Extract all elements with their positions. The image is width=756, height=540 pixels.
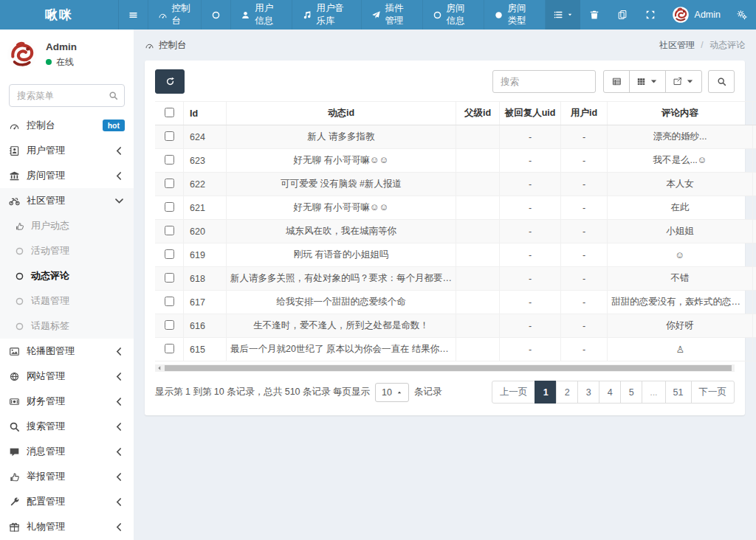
column-header-2[interactable]: 父级id xyxy=(456,102,500,125)
row-checkbox[interactable] xyxy=(165,320,174,330)
row-checkbox-cell xyxy=(155,291,184,314)
pagination-pages: 上一页12345...51下一页 xyxy=(492,381,735,404)
cell-user-id: - xyxy=(561,267,608,291)
chevron-down-icon xyxy=(114,195,125,207)
row-checkbox[interactable] xyxy=(165,226,174,235)
column-header-4[interactable]: 用户id xyxy=(561,102,608,125)
sidebar-subitem-4[interactable]: 话题标签 xyxy=(0,314,134,339)
chevron-left-icon xyxy=(114,522,125,533)
sidebar-item-money-6[interactable]: 财务管理 xyxy=(0,389,134,414)
dashboard-icon xyxy=(145,41,154,50)
sidebar-item-motorcycle-3[interactable]: 社区管理 xyxy=(0,188,134,213)
row-checkbox[interactable] xyxy=(165,179,174,188)
cell-comment: 本人女 xyxy=(608,173,753,196)
row-checkbox[interactable] xyxy=(165,131,174,141)
clear-cache-button[interactable] xyxy=(580,0,608,30)
breadcrumb-left[interactable]: 控制台 xyxy=(145,39,187,52)
settings-button[interactable] xyxy=(728,0,756,30)
sidebar-subitem-3[interactable]: 话题管理 xyxy=(0,288,134,314)
navbar-item-circle-o-6[interactable]: 房间信息 xyxy=(423,0,484,30)
bank-icon xyxy=(9,170,20,181)
brand[interactable]: 啾咪 xyxy=(0,0,119,30)
hand-icon xyxy=(15,221,24,231)
sidebar-item-bank-2[interactable]: 房间管理 xyxy=(0,163,134,188)
sidebar-item-search-7[interactable]: 搜索管理 xyxy=(0,414,134,439)
toggle-view-button[interactable] xyxy=(603,70,630,93)
page-button-5[interactable]: 5 xyxy=(620,381,642,404)
cell-comment: 不错 xyxy=(608,267,753,291)
column-header-5[interactable]: 评论内容 xyxy=(608,102,753,125)
cell-comment: ♙ xyxy=(608,338,753,361)
cell-id: 623 xyxy=(184,149,227,173)
table-search-input[interactable] xyxy=(492,70,596,93)
row-checkbox[interactable] xyxy=(165,297,174,306)
navbar-item-menu[interactable] xyxy=(119,0,148,30)
horizontal-scrollbar[interactable] xyxy=(155,364,735,372)
export-button[interactable] xyxy=(665,70,702,93)
sidebar-item-globe-5[interactable]: 网站管理 xyxy=(0,364,134,389)
page-button-51[interactable]: 51 xyxy=(665,381,692,404)
column-header-3[interactable]: 被回复人uid xyxy=(500,102,561,125)
select-all-checkbox[interactable] xyxy=(165,108,174,117)
cell-likes: 1 xyxy=(753,243,756,267)
cell-user-id: - xyxy=(561,338,608,361)
page-button-4[interactable]: 4 xyxy=(599,381,621,404)
column-header-1[interactable]: 动态id xyxy=(227,102,456,125)
sidebar-subitem-2[interactable]: 动态评论 xyxy=(0,263,134,288)
row-checkbox[interactable] xyxy=(165,249,174,259)
sidebar-subitem-1[interactable]: 活动管理 xyxy=(0,238,134,263)
table-row: 620城东风在吹，我在城南等你--小姐姐0 xyxy=(155,220,756,243)
user-menu[interactable]: Admin xyxy=(664,0,728,30)
table-view-buttons xyxy=(603,70,702,93)
breadcrumb-section[interactable]: 社区管理 xyxy=(659,40,695,50)
circle-o-icon xyxy=(433,10,442,20)
navbar-item-dashboard-1[interactable]: 控制台 xyxy=(148,0,202,30)
navbar-item-user-3[interactable]: 用户信息 xyxy=(231,0,292,30)
copy-icon xyxy=(617,10,628,20)
sidebar-item-image-4[interactable]: 轮播图管理 xyxy=(0,339,134,364)
row-checkbox[interactable] xyxy=(165,344,174,353)
cell-replied-uid: - xyxy=(500,338,561,361)
next-page-button[interactable]: 下一页 xyxy=(691,381,735,404)
page-button-2[interactable]: 2 xyxy=(556,381,578,404)
sidebar-item-dashboard-0[interactable]: 控制台hot xyxy=(0,113,134,138)
sidebar-item-address-book-1[interactable]: 用户管理 xyxy=(0,138,134,163)
page-size-select[interactable]: 10 xyxy=(375,383,409,402)
navbar-menu: 控制台用户信息用户音乐库插件管理房间信息房间类型 xyxy=(119,0,546,30)
search-icon xyxy=(9,421,20,432)
copy-button[interactable] xyxy=(608,0,636,30)
page-button-3[interactable]: 3 xyxy=(577,381,599,404)
menu-icon xyxy=(128,10,138,20)
prev-page-button[interactable]: 上一页 xyxy=(492,381,536,404)
sidebar-item-wrench-10[interactable]: 配置管理 xyxy=(0,489,134,514)
row-checkbox[interactable] xyxy=(165,202,174,212)
sidebar-item-gift-11[interactable]: 礼物管理 xyxy=(0,514,134,539)
scroll-left-arrow[interactable] xyxy=(155,364,164,372)
table-row: 616生不逢时，爱不逢人，所到之处都是命数！--你好呀0 xyxy=(155,314,756,338)
tasks-dropdown-button[interactable] xyxy=(546,0,580,30)
circle-o-icon xyxy=(211,10,221,20)
sidebar-item-comment-8[interactable]: 消息管理 xyxy=(0,439,134,464)
column-header-6[interactable]: 点赞数 xyxy=(753,102,756,125)
column-header-0[interactable]: Id xyxy=(184,102,227,125)
cell-id: 616 xyxy=(184,314,227,338)
scrollbar-thumb[interactable] xyxy=(165,365,732,371)
cell-parent-id xyxy=(456,291,500,314)
row-checkbox[interactable] xyxy=(165,273,174,283)
navbar-item-circle-7[interactable]: 房间类型 xyxy=(484,0,546,30)
columns-button[interactable] xyxy=(629,70,666,93)
navbar-item-circle-o[interactable] xyxy=(202,0,231,30)
cell-post-id: 好无聊 有小哥哥嘛☺☺ xyxy=(227,196,456,220)
toolbar-right xyxy=(492,70,735,93)
sidebar-subitem-0[interactable]: 用户动态 xyxy=(0,213,134,238)
navbar-item-paper-plane-5[interactable]: 插件管理 xyxy=(362,0,423,30)
breadcrumb: 控制台 社区管理 / 动态评论 xyxy=(134,30,756,60)
page-button-1[interactable]: 1 xyxy=(535,381,557,404)
sidebar-search-input[interactable] xyxy=(9,84,125,107)
sidebar-item-hand-9[interactable]: 举报管理 xyxy=(0,464,134,489)
navbar-item-music-4[interactable]: 用户音乐库 xyxy=(292,0,361,30)
row-checkbox[interactable] xyxy=(165,155,174,165)
refresh-button[interactable] xyxy=(155,69,185,94)
fullscreen-button[interactable] xyxy=(636,0,664,30)
search-button[interactable] xyxy=(708,70,735,93)
